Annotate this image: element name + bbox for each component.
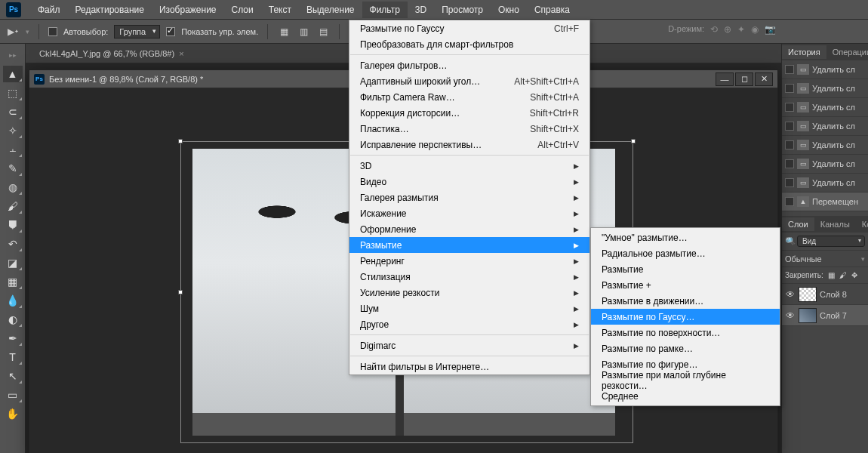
layer-filter-select[interactable]: Вид: [797, 236, 865, 247]
menu-выделение[interactable]: Выделение: [299, 2, 362, 18]
blur-submenu-item[interactable]: Размытие по поверхности…: [591, 325, 780, 341]
filter-menu-item[interactable]: Оформление▶: [349, 221, 589, 237]
filter-menu-item[interactable]: Преобразовать для смарт-фильтров: [349, 36, 589, 52]
blur-submenu-item[interactable]: Размытие +: [591, 277, 780, 293]
pen-tool[interactable]: ✒: [3, 330, 23, 347]
blend-mode-select[interactable]: Обычные: [785, 254, 822, 263]
layer-item[interactable]: 👁Слой 7: [782, 305, 868, 326]
shape-tool[interactable]: ▭: [3, 387, 23, 403]
camera-icon[interactable]: 📷: [765, 24, 776, 35]
align-icon[interactable]: ▥: [297, 25, 310, 39]
filter-menu-item[interactable]: Адаптивный широкий угол…Alt+Shift+Ctrl+A: [349, 73, 589, 89]
blur-submenu-item[interactable]: "Умное" размытие…: [591, 230, 780, 245]
minimize-button[interactable]: —: [716, 72, 734, 86]
filter-menu-item[interactable]: Исправление перспективы…Alt+Ctrl+V: [349, 137, 589, 153]
blur-submenu-item[interactable]: Размытие при малой глубине резкости…: [591, 372, 780, 388]
blur-submenu-item[interactable]: Размытие в движении…: [591, 293, 780, 309]
filter-menu-item[interactable]: Стилизация▶: [349, 269, 589, 285]
blur-submenu-item[interactable]: Размытие по Гауссу…: [591, 309, 780, 325]
menu-изображение[interactable]: Изображение: [152, 2, 224, 18]
blur-submenu-item[interactable]: Размытие: [591, 261, 780, 277]
lock-paint-icon[interactable]: 🖌: [839, 271, 847, 279]
channels-tab[interactable]: Каналы: [814, 217, 856, 231]
filter-menu-item[interactable]: Усиление резкости▶: [349, 285, 589, 300]
history-item[interactable]: ▭Удалить сл: [782, 117, 868, 136]
orbit-icon[interactable]: ⟲: [710, 24, 718, 35]
filter-menu-item[interactable]: Рендеринг▶: [349, 253, 589, 269]
menu-фильтр[interactable]: Фильтр: [362, 2, 408, 18]
filter-menu-item[interactable]: Коррекция дисторсии…Shift+Ctrl+R: [349, 105, 589, 121]
visibility-icon[interactable]: 👁: [785, 310, 796, 321]
filter-menu-item[interactable]: 3D▶: [349, 158, 589, 174]
filter-menu-item[interactable]: Шум▶: [349, 300, 589, 316]
filter-menu-item[interactable]: Размытие▶: [349, 237, 589, 253]
menu-просмотр[interactable]: Просмотр: [434, 2, 491, 18]
blur-submenu-item[interactable]: Радиальное размытие…: [591, 245, 780, 261]
history-item[interactable]: ▭Удалить сл: [782, 98, 868, 117]
show-controls-checkbox[interactable]: [166, 27, 175, 36]
filter-menu-item[interactable]: Галерея фильтров…: [349, 57, 589, 73]
dodge-tool[interactable]: ◐: [3, 311, 23, 328]
filter-menu-item[interactable]: Искажение▶: [349, 205, 589, 221]
align-icon[interactable]: ▤: [316, 25, 330, 39]
filter-menu-item[interactable]: Найти фильтры в Интернете…: [349, 359, 589, 374]
history-item[interactable]: ▭Удалить сл: [782, 60, 868, 79]
filter-menu-item[interactable]: Digimarc▶: [349, 337, 589, 353]
roll-icon[interactable]: ◉: [751, 24, 759, 35]
lock-pixels-icon[interactable]: ▦: [828, 271, 835, 279]
blur-tool[interactable]: 💧: [3, 292, 23, 309]
menu-слои[interactable]: Слои: [224, 2, 261, 18]
history-item[interactable]: ▭Удалить сл: [782, 155, 868, 174]
collapse-icon[interactable]: ▸▸: [3, 47, 23, 63]
marquee-tool[interactable]: ⬚: [3, 85, 23, 101]
actions-tab[interactable]: Операции: [826, 45, 868, 59]
history-item[interactable]: ▲Перемещен: [782, 193, 868, 211]
maximize-button[interactable]: ◻: [735, 72, 753, 86]
history-tab[interactable]: История: [782, 45, 826, 59]
hand-tool[interactable]: ✋: [3, 405, 23, 422]
filter-menu-item[interactable]: Галерея размытия▶: [349, 190, 589, 205]
pan-icon[interactable]: ⊕: [724, 24, 731, 35]
history-brush-tool[interactable]: ↶: [3, 236, 23, 252]
history-item[interactable]: ▭Удалить сл: [782, 174, 868, 193]
filter-menu-item[interactable]: Фильтр Camera Raw…Shift+Ctrl+A: [349, 89, 589, 105]
blur-submenu-item[interactable]: Размытие по рамке…: [591, 341, 780, 356]
zoom-icon[interactable]: ✦: [737, 24, 745, 35]
layer-item[interactable]: 👁Слой 8: [782, 284, 868, 305]
right-panels: История Операции ▭Удалить сл▭Удалить сл▭…: [781, 44, 868, 453]
crop-tool[interactable]: ⫠: [3, 141, 23, 158]
history-item[interactable]: ▭Удалить сл: [782, 136, 868, 155]
filter-menu-item[interactable]: Размытие по ГауссуCtrl+F: [349, 20, 589, 36]
lock-move-icon[interactable]: ✥: [851, 271, 857, 279]
type-tool[interactable]: T: [3, 349, 23, 365]
menu-редактирование[interactable]: Редактирование: [68, 2, 152, 18]
path-tool[interactable]: ↖: [3, 368, 23, 384]
group-select[interactable]: Группа: [114, 25, 160, 39]
filter-menu-item[interactable]: Другое▶: [349, 316, 589, 332]
lasso-tool[interactable]: ⊂: [3, 103, 23, 120]
visibility-icon[interactable]: 👁: [785, 289, 796, 300]
auto-select-checkbox[interactable]: [48, 27, 57, 36]
eyedropper-tool[interactable]: ✎: [3, 160, 23, 177]
filter-menu-item[interactable]: Пластика…Shift+Ctrl+X: [349, 121, 589, 137]
align-icon[interactable]: ▦: [277, 25, 291, 39]
layers-tab[interactable]: Слои: [782, 217, 814, 231]
wand-tool[interactable]: ✧: [3, 122, 23, 139]
move-tool[interactable]: ▲: [3, 66, 23, 82]
stamp-tool[interactable]: ⛊: [3, 217, 23, 233]
menu-справка[interactable]: Справка: [527, 2, 577, 18]
eraser-tool[interactable]: ◪: [3, 254, 23, 271]
menu-файл[interactable]: Файл: [30, 2, 68, 18]
menu-3d[interactable]: 3D: [408, 2, 434, 18]
document-tab[interactable]: CkI4L4gAI_Y.jpg @ 66,7% (RGB/8#)×: [32, 46, 192, 61]
history-item[interactable]: ▭Удалить сл: [782, 79, 868, 98]
menu-текст[interactable]: Текст: [261, 2, 299, 18]
gradient-tool[interactable]: ▦: [3, 273, 23, 290]
paths-tab[interactable]: Ко: [856, 217, 868, 231]
filter-menu-item[interactable]: Видео▶: [349, 174, 589, 190]
close-icon[interactable]: ×: [179, 49, 183, 58]
heal-tool[interactable]: ◍: [3, 179, 23, 196]
brush-tool[interactable]: 🖌: [3, 198, 23, 214]
menu-окно[interactable]: Окно: [491, 2, 527, 18]
close-button[interactable]: ✕: [755, 72, 773, 86]
